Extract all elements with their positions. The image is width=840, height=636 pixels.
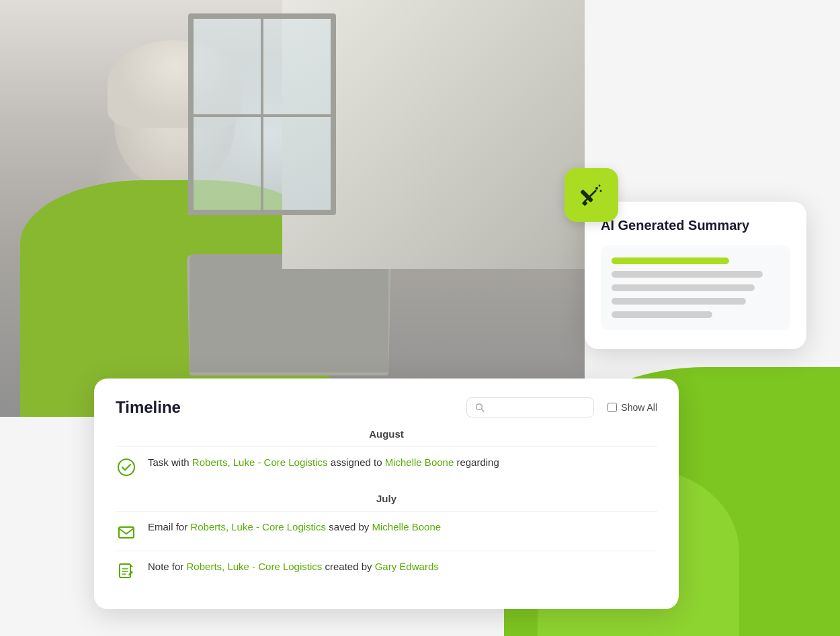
timeline-header: Timeline Show All: [116, 397, 657, 418]
timeline-item-1: Task with Roberts, Luke - Core Logistics…: [116, 446, 657, 486]
svg-point-2: [595, 187, 598, 190]
timeline-item-2-text: Email for Roberts, Luke - Core Logistics…: [148, 520, 441, 535]
month-july: July: [116, 493, 657, 504]
timeline-item-3-text: Note for Roberts, Luke - Core Logistics …: [148, 559, 439, 575]
email-icon: [116, 521, 137, 543]
month-august: August: [116, 428, 657, 440]
link-roberts-1[interactable]: Roberts, Luke - Core Logistics: [192, 456, 328, 468]
svg-rect-9: [119, 527, 134, 538]
show-all-label: Show All: [621, 402, 657, 413]
svg-rect-10: [120, 564, 130, 578]
link-roberts-3[interactable]: Roberts, Luke - Core Logistics: [187, 561, 323, 572]
show-all-checkbox-group[interactable]: Show All: [607, 402, 657, 413]
link-roberts-2[interactable]: Roberts, Luke - Core Logistics: [190, 521, 326, 532]
link-gary[interactable]: Gary Edwards: [375, 561, 439, 572]
skeleton-line-4: [612, 298, 746, 305]
link-michelle-1[interactable]: Michelle Boone: [385, 456, 454, 468]
timeline-item-3: Note for Roberts, Luke - Core Logistics …: [116, 551, 657, 590]
timeline-item-2: Email for Roberts, Luke - Core Logistics…: [116, 511, 657, 551]
wand-icon: [578, 182, 605, 208]
svg-line-7: [482, 409, 484, 411]
skeleton-line-1: [612, 257, 729, 264]
svg-point-8: [118, 459, 134, 475]
timeline-title: Timeline: [116, 398, 181, 417]
ai-summary-content: [601, 245, 790, 330]
background-photo: [0, 0, 585, 417]
ai-summary-title: AI Generated Summary: [601, 218, 790, 233]
svg-point-4: [600, 190, 602, 192]
link-michelle-2[interactable]: Michelle Boone: [372, 521, 442, 532]
show-all-checkbox[interactable]: [607, 403, 617, 412]
ai-icon-badge: [564, 168, 618, 222]
skeleton-line-3: [612, 284, 755, 291]
skeleton-line-5: [612, 311, 712, 318]
check-circle-icon: [116, 456, 137, 478]
search-icon: [475, 402, 485, 413]
svg-point-3: [599, 185, 601, 187]
skeleton-line-2: [612, 271, 763, 278]
note-icon: [116, 561, 137, 582]
search-input[interactable]: [490, 402, 585, 413]
timeline-card: Timeline Show All August Task with Rober…: [94, 379, 679, 609]
ai-summary-card: AI Generated Summary: [585, 202, 806, 349]
timeline-item-1-text: Task with Roberts, Luke - Core Logistics…: [148, 455, 499, 471]
search-box[interactable]: [466, 397, 594, 418]
